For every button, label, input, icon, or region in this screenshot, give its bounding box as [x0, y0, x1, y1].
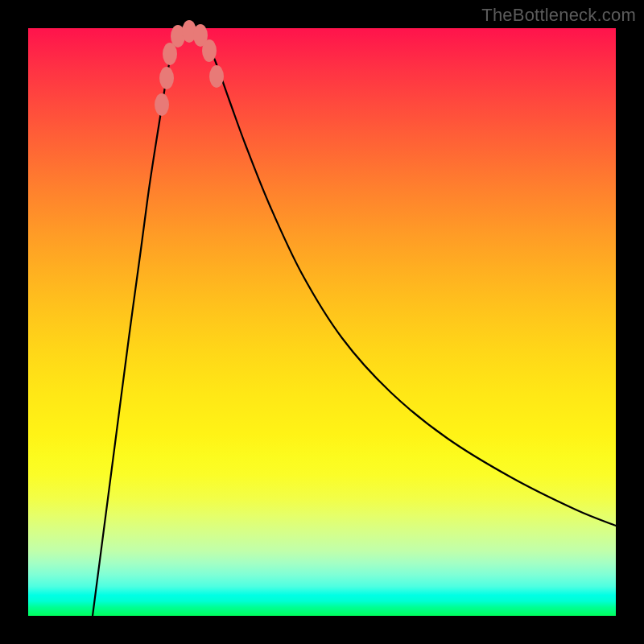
- marker-left-upper: [155, 93, 169, 116]
- plot-area: [28, 28, 616, 616]
- chart-frame: TheBottleneck.com: [0, 0, 644, 644]
- marker-right-lower: [202, 39, 217, 62]
- curve-layer: [28, 28, 616, 616]
- markers-group: [155, 20, 224, 116]
- attribution-text: TheBottleneck.com: [481, 5, 636, 26]
- bottleneck-curve: [93, 30, 616, 616]
- marker-right-upper: [209, 65, 224, 88]
- marker-left-mid: [159, 67, 174, 89]
